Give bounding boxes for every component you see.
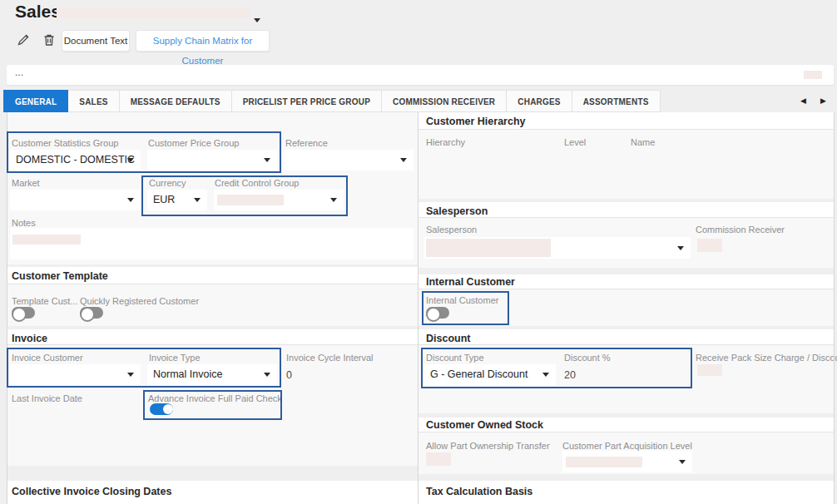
credit-control-group-redacted (217, 195, 284, 205)
template-customer-toggle[interactable] (12, 307, 35, 319)
customer-hierarchy-section-header: Customer Hierarchy (418, 112, 835, 130)
customer-template-title: Customer Template (12, 270, 108, 282)
reference-dropdown[interactable] (284, 150, 414, 170)
tab-sales[interactable]: SALES (68, 90, 119, 112)
market-label: Market (12, 178, 40, 188)
notes-label: Notes (12, 218, 36, 228)
currency-dropdown[interactable]: EUR (147, 190, 207, 210)
record-selector-caret-icon[interactable] (254, 11, 260, 26)
customer-id-redacted (57, 7, 250, 18)
receive-pack-size-label: Receive Pack Size Charge / Discount (696, 353, 837, 363)
invoice-cycle-interval-value: 0 (286, 369, 292, 381)
tab-pricelist-per-price-group[interactable]: PRICELIST PER PRICE GROUP (232, 90, 382, 112)
customer-statistics-group-label: Customer Statistics Group (12, 138, 118, 148)
tab-scroll-right-icon[interactable]: ▶ (820, 95, 826, 106)
page-title: Sales (15, 2, 61, 22)
quickly-registered-customer-label: Quickly Registered Customer (80, 296, 199, 306)
advance-invoice-full-paid-check-toggle[interactable] (150, 403, 173, 415)
discount-percent-value: 20 (564, 369, 576, 381)
salesperson-title: Salesperson (426, 205, 488, 217)
invoice-type-label: Invoice Type (149, 353, 201, 363)
tax-calculation-basis-title: Tax Calculation Basis (426, 486, 532, 497)
customer-hierarchy-title: Customer Hierarchy (426, 116, 526, 127)
content-right-border (834, 112, 835, 504)
advance-invoice-full-paid-check-label: Advance Invoice Full Paid Check (148, 393, 282, 403)
customer-template-section-header: Customer Template (7, 267, 418, 284)
customer-part-acquisition-level-label: Customer Part Acquisition Level (562, 441, 692, 451)
document-text-button[interactable]: Document Text (62, 30, 130, 52)
invoice-section-header: Invoice (7, 329, 418, 345)
invoice-cycle-interval-label: Invoice Cycle Interval (286, 353, 374, 363)
last-invoice-date-label: Last Invoice Date (12, 393, 82, 403)
salesperson-section-header: Salesperson (418, 202, 835, 218)
salesperson-redacted (426, 239, 551, 257)
allow-part-ownership-transfer-label: Allow Part Ownership Transfer (426, 441, 550, 451)
tab-charges[interactable]: CHARGES (507, 90, 572, 112)
level-column-header: Level (564, 137, 586, 147)
commission-receiver-redacted (697, 239, 722, 252)
commission-receiver-label: Commission Receiver (696, 225, 785, 235)
discount-percent-label: Discount % (564, 353, 611, 363)
tab-assortments[interactable]: ASSORTMENTS (572, 90, 661, 112)
customer-part-acquisition-level-redacted (566, 457, 642, 467)
collapsed-bar-dots: ... (15, 67, 23, 78)
content-left-border (7, 112, 7, 504)
customer-price-group-dropdown[interactable] (147, 150, 277, 170)
tab-message-defaults[interactable]: MESSAGE DEFAULTS (120, 90, 232, 112)
customer-owned-stock-title: Customer Owned Stock (426, 419, 543, 431)
notes-redacted (12, 235, 81, 245)
reference-label: Reference (285, 138, 328, 148)
collapsed-section-bar[interactable]: ... (7, 65, 834, 85)
column-divider (418, 112, 418, 504)
tab-bar: GENERAL SALES MESSAGE DEFAULTS PRICELIST… (3, 90, 661, 112)
customer-hierarchy-table (418, 130, 835, 199)
internal-customer-label: Internal Customer (426, 295, 498, 305)
customer-statistics-group-dropdown[interactable]: DOMESTIC - DOMESTIC (10, 150, 141, 170)
discount-title: Discount (426, 333, 470, 344)
customer-price-group-label: Customer Price Group (148, 138, 239, 148)
hierarchy-column-header: Hierarchy (426, 137, 465, 147)
allow-part-ownership-transfer-redacted (426, 452, 451, 466)
salesperson-label: Salesperson (426, 225, 477, 235)
tax-calculation-basis-header: Tax Calculation Basis (418, 481, 835, 504)
invoice-customer-dropdown[interactable] (10, 364, 141, 385)
internal-customer-toggle[interactable] (426, 307, 449, 319)
collective-invoice-closing-dates-title: Collective Invoice Closing Dates (12, 486, 171, 497)
internal-customer-title: Internal Customer (426, 276, 515, 288)
name-column-header: Name (631, 137, 655, 147)
customer-owned-stock-section-header: Customer Owned Stock (418, 418, 835, 432)
receive-pack-size-redacted (697, 364, 722, 376)
discount-type-dropdown[interactable]: G - General Discount (424, 364, 556, 385)
credit-control-group-label: Credit Control Group (215, 178, 300, 188)
salesperson-dropdown[interactable] (424, 237, 691, 259)
tab-commission-receiver[interactable]: COMMISSION RECEIVER (382, 90, 507, 112)
notes-field[interactable] (10, 228, 414, 259)
internal-customer-section-header: Internal Customer (418, 274, 835, 289)
template-customer-label: Template Cust... (12, 296, 77, 306)
supply-chain-matrix-button[interactable]: Supply Chain Matrix for Customer (136, 30, 270, 52)
invoice-panel (7, 345, 418, 466)
currency-label: Currency (149, 178, 186, 188)
discount-type-label: Discount Type (426, 353, 484, 363)
invoice-type-dropdown[interactable]: Normal Invoice (147, 364, 277, 385)
collective-invoice-closing-dates-header: Collective Invoice Closing Dates (7, 481, 418, 504)
pencil-icon[interactable] (17, 33, 30, 47)
tab-general[interactable]: GENERAL (3, 90, 68, 112)
customer-part-acquisition-level-dropdown[interactable] (562, 451, 692, 472)
trash-icon[interactable] (42, 33, 56, 47)
collapsed-bar-redacted-chip (804, 71, 822, 79)
market-dropdown[interactable] (10, 190, 141, 210)
discount-section-header: Discount (418, 329, 835, 345)
quickly-registered-customer-toggle[interactable] (80, 307, 103, 319)
invoice-customer-label: Invoice Customer (12, 353, 83, 363)
sales-page: Sales Document Text Supply Chain Matrix … (0, 0, 837, 504)
credit-control-group-dropdown[interactable] (214, 190, 344, 210)
invoice-title: Invoice (12, 333, 47, 344)
tab-scroll-left-icon[interactable]: ◀ (800, 95, 806, 106)
